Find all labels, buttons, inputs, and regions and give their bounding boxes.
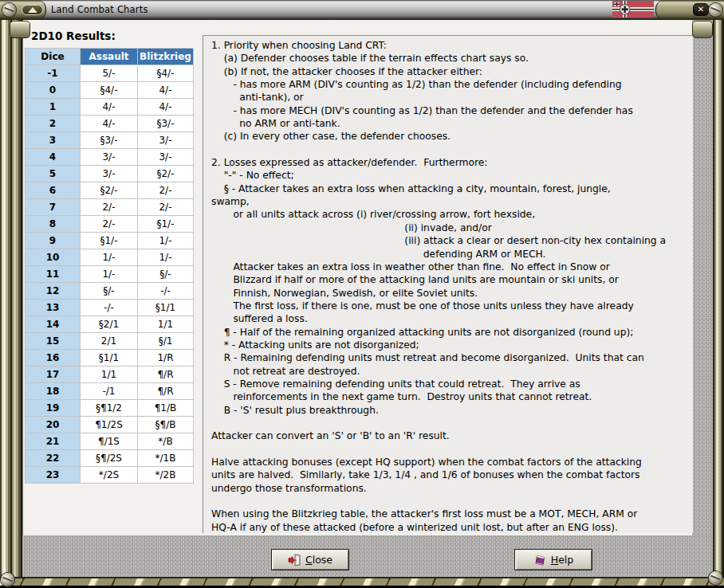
dice-cell: 16 bbox=[26, 350, 81, 367]
result-cell: 1/R bbox=[138, 350, 194, 367]
dialog-content: 2D10 Results: Dice Assault Blitzkrieg -1… bbox=[22, 19, 692, 535]
result-cell: §2/- bbox=[81, 182, 138, 199]
table-row: 6§2/-2/- bbox=[26, 182, 194, 199]
result-cell: §3/- bbox=[81, 132, 138, 149]
result-cell: §¶1/2 bbox=[81, 400, 138, 417]
screw-icon bbox=[709, 571, 722, 585]
table-row: 16§1/11/R bbox=[26, 350, 194, 367]
dice-cell: 10 bbox=[26, 249, 81, 266]
result-cell: §2/- bbox=[138, 166, 194, 182]
dice-cell: 12 bbox=[26, 283, 81, 300]
dice-cell: 20 bbox=[26, 417, 81, 433]
window-close-button[interactable]: ✕ bbox=[693, 3, 709, 16]
result-cell: */2B bbox=[138, 467, 194, 484]
table-row: -15/-§4/- bbox=[26, 65, 194, 82]
table-row: 53/-§2/- bbox=[26, 166, 194, 182]
result-cell: 5/- bbox=[81, 65, 138, 82]
result-cell: -/- bbox=[138, 283, 194, 300]
table-row: 152/1§/1 bbox=[26, 333, 194, 350]
results-table: Dice Assault Blitzkrieg -15/-§4/-0§4/-4/… bbox=[25, 48, 194, 484]
exit-door-icon bbox=[288, 554, 301, 566]
result-cell: 3/- bbox=[81, 166, 138, 182]
table-row: 111/-§/- bbox=[26, 266, 194, 283]
dice-cell: 6 bbox=[26, 182, 81, 199]
war-flag-icon bbox=[612, 1, 654, 18]
result-cell: 4/- bbox=[138, 99, 194, 116]
titlebar-left-cap bbox=[0, 0, 46, 20]
dice-cell: 11 bbox=[26, 266, 81, 283]
dice-cell: 23 bbox=[26, 467, 81, 484]
screw-icon bbox=[1, 573, 14, 586]
result-cell: §/- bbox=[138, 266, 194, 283]
table-row: 21¶/1S*/B bbox=[26, 433, 194, 450]
result-cell: §1/- bbox=[81, 233, 138, 249]
table-row: 9§1/-1/- bbox=[26, 233, 194, 249]
dice-cell: 15 bbox=[26, 333, 81, 350]
result-cell: ¶/1S bbox=[81, 433, 138, 450]
dice-cell: 0 bbox=[26, 82, 81, 99]
result-cell: §1/- bbox=[138, 216, 194, 233]
dice-cell: 21 bbox=[26, 433, 81, 450]
dice-cell: -1 bbox=[26, 65, 81, 82]
result-cell: §1/1 bbox=[138, 300, 194, 316]
rules-notes-panel: 1. Priority when choosing Land CRT: (a) … bbox=[203, 35, 693, 533]
screw-icon bbox=[2, 3, 16, 17]
result-cell: 2/- bbox=[81, 199, 138, 216]
result-cell: 4/- bbox=[81, 116, 138, 132]
result-cell: §4/- bbox=[138, 65, 194, 82]
table-row: 3§3/-3/- bbox=[26, 132, 194, 149]
dice-cell: 3 bbox=[26, 132, 81, 149]
table-row: 82/-§1/- bbox=[26, 216, 194, 233]
column-header-dice: Dice bbox=[26, 49, 81, 65]
close-button[interactable]: Close bbox=[271, 549, 349, 570]
table-row: 23*/2S*/2B bbox=[26, 467, 194, 484]
window-frame-bottom bbox=[0, 577, 724, 588]
result-cell: 1/- bbox=[138, 249, 194, 266]
dice-cell: 4 bbox=[26, 149, 81, 166]
table-row: 20¶1/2S§¶/B bbox=[26, 417, 194, 433]
rules-notes-text: 1. Priority when choosing Land CRT: (a) … bbox=[211, 39, 688, 533]
page-title: 2D10 Results: bbox=[31, 29, 116, 42]
table-row: 19§¶1/2¶1/B bbox=[26, 400, 194, 417]
help-button[interactable]: Help bbox=[514, 549, 592, 570]
table-row: 14/-4/- bbox=[26, 99, 194, 116]
frame-knob-right bbox=[692, 21, 713, 38]
result-cell: §3/- bbox=[138, 116, 194, 132]
table-row: 13-/-§1/1 bbox=[26, 300, 194, 316]
screw-icon bbox=[709, 3, 722, 17]
dice-cell: 14 bbox=[26, 316, 81, 333]
footer-band bbox=[22, 535, 713, 577]
result-cell: §/1 bbox=[138, 333, 194, 350]
dice-cell: 8 bbox=[26, 216, 81, 233]
result-cell: 2/- bbox=[81, 216, 138, 233]
window-frame-right bbox=[713, 19, 724, 588]
help-book-icon bbox=[533, 554, 546, 566]
table-row: 24/-§3/- bbox=[26, 116, 194, 132]
result-cell: 3/- bbox=[138, 149, 194, 166]
table-header-row: Dice Assault Blitzkrieg bbox=[26, 49, 194, 65]
dice-cell: 7 bbox=[26, 199, 81, 216]
dice-cell: 9 bbox=[26, 233, 81, 249]
result-cell: ¶1/2S bbox=[81, 417, 138, 433]
table-row: 43/-3/- bbox=[26, 149, 194, 166]
result-cell: -/1 bbox=[81, 383, 138, 400]
table-row: 12§/--/- bbox=[26, 283, 194, 300]
window-shade-button[interactable] bbox=[22, 5, 43, 15]
result-cell: */1B bbox=[138, 450, 194, 467]
titlebar-right-cap: ✕ bbox=[655, 0, 724, 20]
result-cell: ¶/R bbox=[138, 383, 194, 400]
result-cell: */B bbox=[138, 433, 194, 450]
column-header-assault: Assault bbox=[81, 49, 138, 65]
window-title: Land Combat Charts bbox=[51, 4, 148, 15]
result-cell: 2/- bbox=[138, 199, 194, 216]
dice-cell: 1 bbox=[26, 99, 81, 116]
table-row: 72/-2/- bbox=[26, 199, 194, 216]
result-cell: 2/- bbox=[138, 182, 194, 199]
column-header-blitzkrieg: Blitzkrieg bbox=[138, 49, 194, 65]
dice-cell: 13 bbox=[26, 300, 81, 316]
result-cell: */2S bbox=[81, 467, 138, 484]
result-cell: §2/1 bbox=[81, 316, 138, 333]
result-cell: ¶/R bbox=[138, 367, 194, 383]
result-cell: 1/1 bbox=[138, 316, 194, 333]
table-row: 18-/1¶/R bbox=[26, 383, 194, 400]
